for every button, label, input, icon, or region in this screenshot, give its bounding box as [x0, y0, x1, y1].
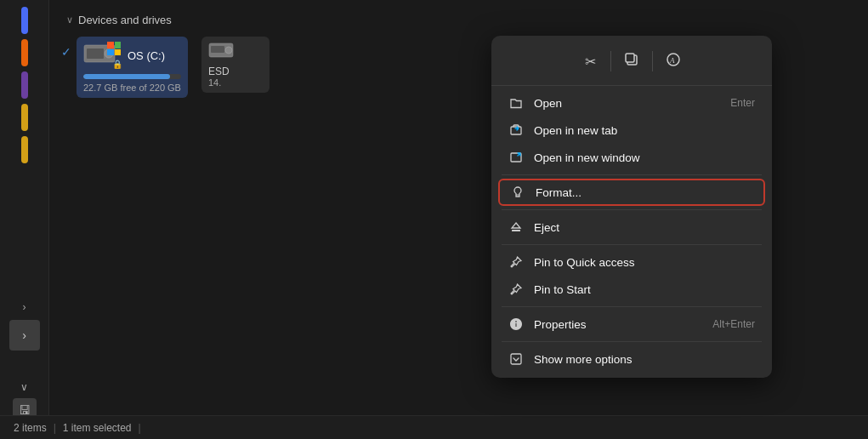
- status-selected: 1 item selected: [63, 422, 132, 434]
- menu-sep-3: [502, 244, 762, 245]
- drive-c-item[interactable]: 🔒 OS (C:) 22.7 GB free of 220 GB: [77, 37, 188, 98]
- open-new-window-menu-item[interactable]: Open in new window: [495, 144, 769, 171]
- open-label: Open: [534, 97, 720, 110]
- format-menu-item[interactable]: Format...: [498, 179, 765, 206]
- status-bar: 2 items | 1 item selected |: [0, 415, 868, 439]
- properties-menu-item[interactable]: Properties Alt+Enter: [495, 311, 769, 338]
- drive-c-icon-wrapper: 🔒: [83, 42, 121, 69]
- windows-logo: [107, 42, 121, 55]
- menu-sep-5: [502, 341, 762, 342]
- rename-button[interactable]: A: [658, 46, 689, 77]
- drive-c-name: OS (C:): [128, 49, 165, 62]
- format-icon: [510, 185, 525, 200]
- toolbar-sep-1: [610, 51, 611, 71]
- svg-rect-5: [211, 46, 224, 53]
- sidebar-accent-purple: [21, 71, 28, 99]
- section-chevron: ∨: [66, 14, 73, 26]
- svg-point-6: [225, 47, 232, 54]
- pin-start-label: Pin to Start: [534, 283, 755, 296]
- drive-esd-item[interactable]: ESD 14.: [201, 37, 269, 93]
- drive-c-checkmark: ✓: [61, 45, 71, 59]
- esd-hdd-svg: [208, 42, 235, 60]
- context-menu-toolbar: ✂ A: [491, 41, 772, 86]
- drive-c-progress-fill: [83, 74, 170, 79]
- expand-icon: ›: [22, 328, 26, 342]
- svg-text:A: A: [669, 56, 675, 65]
- drive-esd-size: 14.: [208, 77, 263, 88]
- sidebar-bottom-arrow[interactable]: ∨: [14, 378, 35, 396]
- open-new-window-icon: [508, 150, 524, 165]
- properties-icon: [508, 316, 524, 332]
- section-title: Devices and drives: [78, 14, 172, 26]
- drive-c-progress-bar: [83, 74, 181, 79]
- svg-rect-15: [511, 354, 521, 364]
- status-items-count: 2 items: [14, 422, 47, 434]
- menu-sep-4: [502, 306, 762, 307]
- sidebar-accent-blue: [21, 7, 28, 34]
- status-sep-2: |: [139, 422, 141, 434]
- lock-icon: 🔒: [112, 60, 122, 69]
- eject-label: Eject: [534, 221, 755, 234]
- pin-start-icon: [508, 282, 524, 297]
- sidebar-accent-yellow: [21, 104, 28, 131]
- show-more-label: Show more options: [534, 353, 755, 366]
- pin-start-menu-item[interactable]: Pin to Start: [495, 276, 769, 303]
- main-content: ∨ Devices and drives ✓: [49, 0, 868, 415]
- sidebar-accent-yellow2: [21, 136, 28, 163]
- sidebar-accent-orange: [21, 39, 28, 66]
- show-more-icon: [508, 351, 524, 367]
- svg-rect-14: [512, 230, 520, 231]
- copy-button[interactable]: [616, 46, 647, 77]
- svg-rect-8: [626, 54, 634, 62]
- pin-quick-label: Pin to Quick access: [534, 256, 755, 269]
- open-new-tab-icon: [508, 123, 524, 138]
- sidebar-expand-arrow[interactable]: ›: [16, 298, 33, 316]
- pin-quick-access-menu-item[interactable]: Pin to Quick access: [495, 248, 769, 276]
- context-menu: ✂ A: [491, 36, 772, 378]
- open-icon: [508, 95, 524, 111]
- format-label: Format...: [536, 186, 753, 199]
- open-new-tab-label: Open in new tab: [534, 124, 755, 137]
- toolbar-sep-2: [652, 51, 653, 71]
- sidebar: › › ∨ 🖫: [0, 0, 49, 439]
- cut-icon: ✂: [585, 54, 596, 70]
- properties-label: Properties: [534, 318, 702, 331]
- open-shortcut: Enter: [730, 97, 755, 109]
- show-more-options-menu-item[interactable]: Show more options: [495, 345, 769, 373]
- cut-button[interactable]: ✂: [575, 46, 605, 77]
- open-new-tab-menu-item[interactable]: Open in new tab: [495, 117, 769, 144]
- menu-sep-2: [502, 209, 762, 210]
- menu-sep-1: [502, 174, 762, 175]
- eject-menu-item[interactable]: Eject: [495, 214, 769, 241]
- drive-c-info: 22.7 GB free of 220 GB: [83, 83, 181, 93]
- svg-rect-1: [87, 48, 104, 59]
- status-sep-1: |: [54, 422, 56, 434]
- copy-icon: [624, 52, 639, 71]
- pin-quick-icon: [508, 254, 524, 270]
- rename-icon: A: [666, 52, 681, 71]
- drive-c-wrapper: ✓: [77, 37, 188, 98]
- drive-esd-name: ESD: [208, 66, 263, 77]
- open-menu-item[interactable]: Open Enter: [495, 89, 769, 117]
- open-new-window-label: Open in new window: [534, 151, 755, 164]
- sidebar-expand-btn[interactable]: ›: [9, 320, 40, 351]
- section-header: ∨ Devices and drives: [66, 14, 851, 26]
- properties-shortcut: Alt+Enter: [712, 318, 755, 330]
- drive-c-icon: 🔒: [83, 42, 121, 69]
- eject-icon: [508, 220, 524, 235]
- drive-esd-icon: [208, 42, 237, 62]
